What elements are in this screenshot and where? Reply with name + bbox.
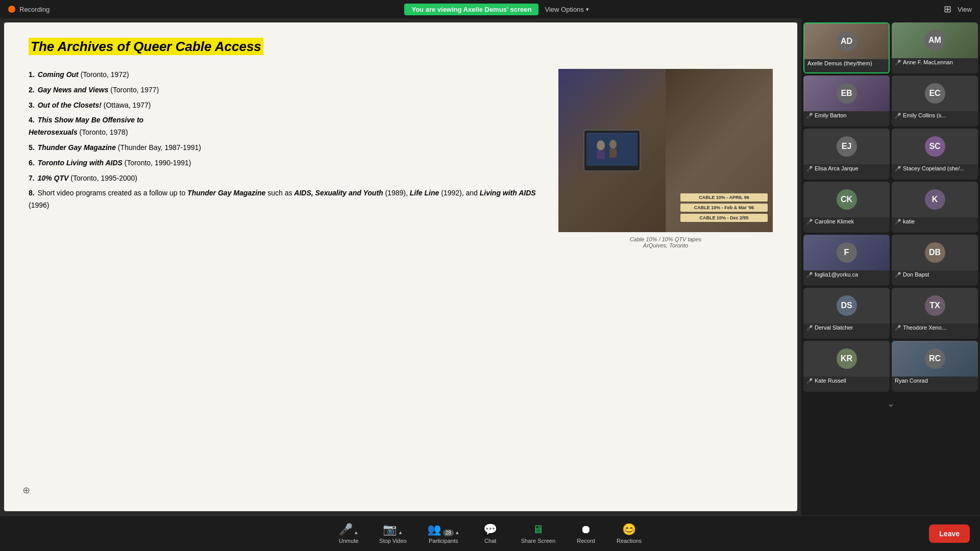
stop-video-button[interactable]: 📷 ▲ Stop Video <box>369 519 417 548</box>
avatar-foglia: F <box>837 242 857 263</box>
participant-info-ryan: Ryan Conrad <box>892 377 978 386</box>
tv-icon <box>581 128 643 173</box>
participant-video-theodore: TX <box>892 288 978 323</box>
top-bar-right: ⊞ View <box>944 4 972 15</box>
unmute-button[interactable]: 🎤 ▲ Unmute <box>328 519 369 548</box>
participant-tile-derval[interactable]: DS 🎤 Derval Slatcher <box>803 288 890 339</box>
record-icon: ⏺ <box>580 523 592 536</box>
participant-video-emily-barton: EB <box>803 76 890 111</box>
slide-title-wrap: The Archives of Queer Cable Access <box>29 39 773 55</box>
participant-tile-foglia[interactable]: F 🎤 foglia1@yorku.ca <box>803 235 890 286</box>
participant-video-emily-collins: EC <box>892 76 978 111</box>
top-bar-left: Recording <box>8 6 50 13</box>
participant-info-derval: 🎤 Derval Slatcher <box>803 323 890 333</box>
unmute-label: Unmute <box>339 538 359 544</box>
muted-icon-foglia: 🎤 <box>806 272 813 278</box>
participant-name-katie: katie <box>903 218 915 224</box>
list-item: Gay News and Views (Toronto, 1977) <box>29 84 542 96</box>
video-arrow: ▲ <box>398 530 403 535</box>
list-item: Out of the Closets! (Ottawa, 1977) <box>29 99 542 112</box>
participant-name-caroline: Caroline Klimek <box>815 218 854 224</box>
participant-name-theodore: Theodore Xeno... <box>903 324 946 331</box>
recording-label: Recording <box>19 6 50 13</box>
muted-icon-don: 🎤 <box>895 272 901 278</box>
participant-name-don: Don Bapst <box>903 271 929 278</box>
avatar-ryan: RC <box>925 348 945 369</box>
participant-info-katie: 🎤 katie <box>892 217 978 227</box>
avatar-anne: AM <box>925 30 945 51</box>
participants-arrow: ▲ <box>455 530 460 535</box>
muted-icon-emily-collins: 🎤 <box>895 113 901 118</box>
participant-name-anne: Anne F. MacLennan <box>903 59 953 65</box>
tape-label-2: CABLE 10% - Feb & Mar '96 <box>680 204 768 212</box>
participants-label: Participants <box>429 538 458 544</box>
participant-info-elisa: 🎤 Elisa Arca Jarque <box>803 164 890 173</box>
svg-point-2 <box>597 140 605 151</box>
avatar-stacey: SC <box>925 136 945 157</box>
participant-info-kate: 🎤 Kate Russell <box>803 377 890 386</box>
reactions-label: Reactions <box>617 538 642 544</box>
image-caption: Cable 10% / 10% QTV tapesArQuives, Toron… <box>630 236 702 248</box>
participant-video-don: DB <box>892 235 978 270</box>
participant-tile-don[interactable]: DB 🎤 Don Bapst <box>892 235 978 286</box>
chat-icon: 💬 <box>483 523 497 536</box>
participant-video-elisa: EJ <box>803 129 890 164</box>
record-label: Record <box>577 538 595 544</box>
participant-tile-axelle[interactable]: AD Axelle Demus (they/them) <box>803 22 890 73</box>
participant-tile-emily-barton[interactable]: EB 🎤 Emily Barton <box>803 76 890 127</box>
tape-label-3: CABLE 10% - Dec 2/95 <box>680 214 768 222</box>
participant-tile-theodore[interactable]: TX 🎤 Theodore Xeno... <box>892 288 978 339</box>
unmute-icon: 🎤 <box>339 523 353 536</box>
participant-info-axelle: Axelle Demus (they/them) <box>804 59 889 68</box>
avatar-don: DB <box>925 242 945 263</box>
participant-tile-emily-collins[interactable]: EC 🎤 Emily Collins (s... <box>892 76 978 127</box>
chat-label: Chat <box>484 538 496 544</box>
svg-rect-3 <box>597 150 605 159</box>
participant-tile-kate[interactable]: KR 🎤 Kate Russell <box>803 341 890 392</box>
muted-icon-caroline: 🎤 <box>806 219 813 224</box>
avatar-emily-collins: EC <box>925 83 945 104</box>
participant-tile-caroline[interactable]: CK 🎤 Caroline Klimek <box>803 182 890 233</box>
viewing-banner: You are viewing Axelle Demus' screen <box>404 4 538 15</box>
stop-video-label: Stop Video <box>379 538 407 544</box>
muted-icon-katie: 🎤 <box>895 219 901 224</box>
muted-icon-emily-barton: 🎤 <box>806 113 813 118</box>
participant-tile-ryan[interactable]: RC Ryan Conrad <box>892 341 978 392</box>
participant-video-katie: K <box>892 182 978 217</box>
participant-tile-anne[interactable]: AM 🎤 Anne F. MacLennan <box>892 22 978 73</box>
avatar-caroline: CK <box>837 189 857 210</box>
participant-tile-katie[interactable]: K 🎤 katie <box>892 182 978 233</box>
unmute-arrow: ▲ <box>354 530 359 535</box>
top-bar-center: You are viewing Axelle Demus' screen Vie… <box>404 4 589 15</box>
leave-button[interactable]: Leave <box>929 524 970 543</box>
participants-button[interactable]: 👥 28 ▲ Participants <box>417 519 470 548</box>
participant-name-emily-barton: Emily Barton <box>815 112 846 118</box>
reactions-button[interactable]: 😊 Reactions <box>606 519 652 548</box>
grid-icon: ⊞ <box>944 4 951 15</box>
slide-image-left-panel <box>558 69 666 232</box>
record-button[interactable]: ⏺ Record <box>566 519 606 548</box>
participant-info-theodore: 🎤 Theodore Xeno... <box>892 323 978 333</box>
participant-name-stacey: Stacey Copeland (she/... <box>903 165 964 171</box>
avatar-axelle: AD <box>837 31 857 52</box>
share-screen-button[interactable]: 🖥 Share Screen <box>511 519 566 548</box>
share-screen-label: Share Screen <box>521 538 555 544</box>
muted-icon-theodore: 🎤 <box>895 325 901 331</box>
view-options-button[interactable]: View Options <box>545 6 589 13</box>
slide-image-area: CABLE 10% - APRIL 96 CABLE 10% - Feb & M… <box>558 69 773 495</box>
tape-label-1: CABLE 10% - APRIL 96 <box>680 193 768 202</box>
list-item: This Show May Be Offensive toHeterosexua… <box>29 114 542 139</box>
slide-image-right-panel: CABLE 10% - APRIL 96 CABLE 10% - Feb & M… <box>666 69 773 232</box>
participant-info-emily-barton: 🎤 Emily Barton <box>803 111 890 120</box>
participant-tile-elisa[interactable]: EJ 🎤 Elisa Arca Jarque <box>803 129 890 180</box>
participant-tile-stacey[interactable]: SC 🎤 Stacey Copeland (she/... <box>892 129 978 180</box>
chat-button[interactable]: 💬 Chat <box>470 519 511 548</box>
video-icon: 📷 <box>383 523 397 536</box>
scroll-down-indicator[interactable]: ⌄ <box>801 394 980 413</box>
participant-name-kate: Kate Russell <box>815 378 846 384</box>
svg-rect-5 <box>609 148 617 158</box>
view-label: View <box>958 6 972 13</box>
avatar-elisa: EJ <box>837 136 857 157</box>
avatar-theodore: TX <box>925 295 945 316</box>
muted-icon-stacey: 🎤 <box>895 166 901 171</box>
